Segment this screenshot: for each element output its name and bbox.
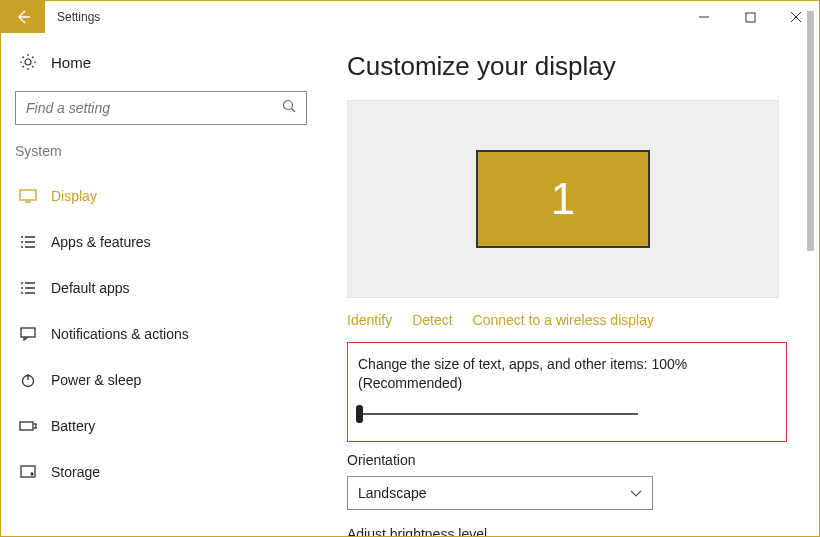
window-controls — [681, 1, 819, 33]
close-icon — [790, 11, 802, 23]
message-icon — [19, 325, 37, 343]
sidebar-item-storage[interactable]: Storage — [1, 449, 323, 495]
display-links: Identify Detect Connect to a wireless di… — [347, 312, 791, 328]
battery-icon — [19, 417, 37, 435]
orientation-label: Orientation — [347, 452, 791, 468]
sidebar: Home System Display Apps & features — [1, 33, 323, 536]
identify-link[interactable]: Identify — [347, 312, 392, 328]
sidebar-item-label: Power & sleep — [51, 372, 141, 388]
svg-rect-6 — [20, 422, 33, 430]
minimize-button[interactable] — [681, 1, 727, 33]
detect-link[interactable]: Detect — [412, 312, 452, 328]
monitor-number: 1 — [551, 174, 575, 224]
svg-point-8 — [31, 473, 33, 475]
svg-rect-0 — [746, 13, 755, 22]
scale-label: Change the size of text, apps, and other… — [358, 355, 774, 393]
sidebar-item-label: Display — [51, 188, 97, 204]
sidebar-item-apps[interactable]: Apps & features — [1, 219, 323, 265]
main-panel: Customize your display 1 Identify Detect… — [323, 33, 819, 536]
storage-icon — [19, 463, 37, 481]
minimize-icon — [698, 11, 710, 23]
scale-slider[interactable] — [358, 407, 638, 423]
sidebar-item-label: Storage — [51, 464, 100, 480]
slider-track — [358, 413, 638, 415]
home-button[interactable]: Home — [1, 45, 323, 87]
search-input[interactable] — [26, 100, 282, 116]
nav-list: Display Apps & features Default apps Not… — [1, 173, 323, 495]
search-box[interactable] — [15, 91, 307, 125]
orientation-select[interactable]: Landscape — [347, 476, 653, 510]
category-label: System — [1, 143, 323, 165]
monitor-tile[interactable]: 1 — [476, 150, 650, 248]
orientation-value: Landscape — [358, 485, 427, 501]
svg-rect-4 — [21, 328, 35, 337]
window-title: Settings — [45, 1, 681, 33]
maximize-button[interactable] — [727, 1, 773, 33]
sidebar-item-label: Battery — [51, 418, 95, 434]
brightness-label: Adjust brightness level — [347, 526, 791, 536]
scrollbar-thumb[interactable] — [807, 11, 814, 251]
scale-section: Change the size of text, apps, and other… — [347, 342, 787, 442]
arrow-left-icon — [14, 8, 32, 26]
gear-icon — [19, 53, 37, 71]
page-title: Customize your display — [347, 51, 791, 82]
sidebar-item-battery[interactable]: Battery — [1, 403, 323, 449]
sidebar-item-label: Notifications & actions — [51, 326, 189, 342]
home-label: Home — [51, 54, 91, 71]
back-button[interactable] — [1, 1, 45, 33]
display-icon — [19, 187, 37, 205]
sidebar-item-display[interactable]: Display — [1, 173, 323, 219]
chevron-down-icon — [630, 485, 642, 501]
search-icon — [282, 99, 296, 117]
sidebar-item-label: Apps & features — [51, 234, 151, 250]
sidebar-item-label: Default apps — [51, 280, 130, 296]
sidebar-item-notifications[interactable]: Notifications & actions — [1, 311, 323, 357]
sidebar-item-power[interactable]: Power & sleep — [1, 357, 323, 403]
svg-rect-3 — [20, 190, 36, 200]
sidebar-item-default-apps[interactable]: Default apps — [1, 265, 323, 311]
svg-point-1 — [25, 59, 31, 65]
svg-point-2 — [284, 101, 293, 110]
maximize-icon — [745, 12, 756, 23]
grid-icon — [19, 279, 37, 297]
list-icon — [19, 233, 37, 251]
display-preview[interactable]: 1 — [347, 100, 779, 298]
slider-thumb[interactable] — [356, 405, 363, 423]
power-icon — [19, 371, 37, 389]
wireless-link[interactable]: Connect to a wireless display — [473, 312, 654, 328]
titlebar: Settings — [1, 1, 819, 33]
vertical-scrollbar[interactable] — [803, 3, 817, 523]
